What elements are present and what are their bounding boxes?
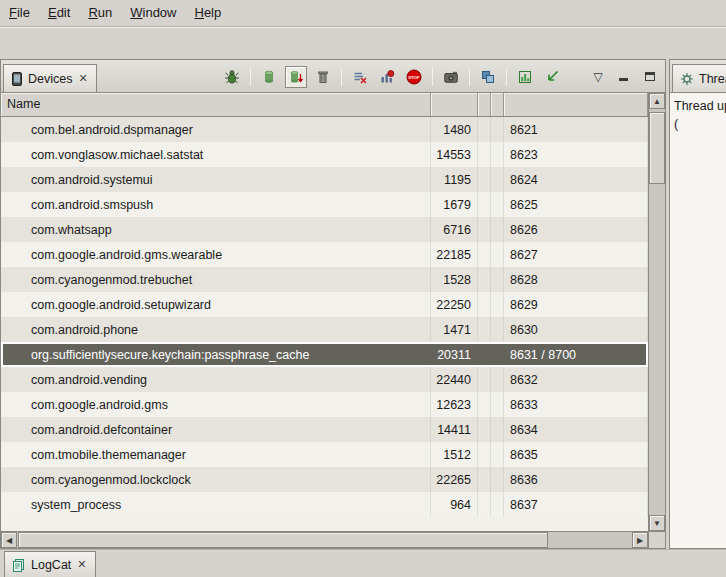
column-header-spacer2[interactable] xyxy=(491,93,504,117)
process-port: 8631 / 8700 xyxy=(504,342,648,367)
process-spacer2 xyxy=(491,367,504,392)
process-name: org.sufficientlysecure.keychain:passphra… xyxy=(1,342,431,367)
start-method-profiling-icon[interactable] xyxy=(376,66,398,88)
stop-label: STOP xyxy=(408,74,420,79)
process-port: 8635 xyxy=(504,442,648,467)
update-heap-icon[interactable] xyxy=(258,66,280,88)
process-spacer1 xyxy=(478,242,491,267)
column-header-spacer1[interactable] xyxy=(478,93,491,117)
menu-window[interactable]: Window xyxy=(121,0,185,26)
process-port: 8629 xyxy=(504,292,648,317)
process-name: com.android.smspush xyxy=(1,192,431,217)
maximize-icon[interactable] xyxy=(639,66,661,88)
table-row[interactable]: com.bel.android.dspmanager 1480 8621 xyxy=(1,117,648,142)
table-row[interactable]: com.tmobile.thememanager 1512 8635 xyxy=(1,442,648,467)
table-row[interactable]: system_process 964 8637 xyxy=(1,492,648,517)
process-name: com.google.android.gms xyxy=(1,392,431,417)
menu-run[interactable]: Run xyxy=(79,0,121,26)
process-spacer2 xyxy=(491,342,504,367)
green-arrow-icon[interactable] xyxy=(541,66,563,88)
process-port: 8627 xyxy=(504,242,648,267)
process-spacer2 xyxy=(491,392,504,417)
column-header-port[interactable] xyxy=(504,93,648,117)
debug-process-icon[interactable] xyxy=(221,66,243,88)
process-name: com.cyanogenmod.lockclock xyxy=(1,467,431,492)
table-row[interactable]: com.android.systemui 1195 8624 xyxy=(1,167,648,192)
tab-logcat[interactable]: LogCat ✕ xyxy=(4,551,96,577)
horizontal-scrollbar[interactable]: ◀ ▶ xyxy=(1,531,648,548)
table-row[interactable]: org.sufficientlysecure.keychain:passphra… xyxy=(1,342,648,367)
process-spacer1 xyxy=(478,142,491,167)
threads-tab-bar: Threads xyxy=(670,60,726,93)
column-header-pid[interactable] xyxy=(431,93,478,117)
vertical-scrollbar-thumb[interactable] xyxy=(649,112,665,184)
table-row[interactable]: com.android.vending 22440 8632 xyxy=(1,367,648,392)
process-name: com.google.android.gms.wearable xyxy=(1,242,431,267)
process-pid: 22265 xyxy=(431,467,478,492)
menu-edit[interactable]: Edit xyxy=(39,0,79,26)
toolbar-separator xyxy=(432,68,433,86)
process-spacer1 xyxy=(478,192,491,217)
process-spacer1 xyxy=(478,292,491,317)
process-spacer1 xyxy=(478,467,491,492)
tab-threads[interactable]: Threads xyxy=(672,64,726,92)
table-row[interactable]: com.google.android.setupwizard 22250 862… xyxy=(1,292,648,317)
scroll-right-icon[interactable]: ▶ xyxy=(632,532,648,548)
process-spacer1 xyxy=(478,392,491,417)
process-port: 8624 xyxy=(504,167,648,192)
process-name: com.android.systemui xyxy=(1,167,431,192)
process-port: 8623 xyxy=(504,142,648,167)
dump-hprof-icon[interactable] xyxy=(285,66,307,88)
table-row[interactable]: com.cyanogenmod.lockclock 22265 8636 xyxy=(1,467,648,492)
logcat-icon xyxy=(12,558,26,572)
close-icon[interactable]: ✕ xyxy=(77,72,88,85)
process-pid: 1480 xyxy=(431,117,478,142)
dump-view-hierarchy-icon[interactable] xyxy=(477,66,499,88)
update-threads-icon[interactable] xyxy=(349,66,371,88)
vertical-scrollbar[interactable]: ▲ ▼ xyxy=(648,93,665,531)
minimize-icon[interactable] xyxy=(612,66,634,88)
process-spacer1 xyxy=(478,367,491,392)
table-row[interactable]: com.google.android.gms 12623 8633 xyxy=(1,392,648,417)
device-icon xyxy=(11,72,23,86)
column-header-name[interactable]: Name xyxy=(1,93,431,117)
scroll-down-icon[interactable]: ▼ xyxy=(649,515,665,531)
process-pid: 1195 xyxy=(431,167,478,192)
table-row[interactable]: com.android.smspush 1679 8625 xyxy=(1,192,648,217)
toolbar-separator xyxy=(341,68,342,86)
table-row[interactable]: com.android.phone 1471 8630 xyxy=(1,317,648,342)
devices-panel: Devices ✕ xyxy=(0,59,666,549)
process-pid: 964 xyxy=(431,492,478,517)
close-icon[interactable]: ✕ xyxy=(76,558,87,571)
menu-help[interactable]: Help xyxy=(185,0,230,26)
scroll-up-icon[interactable]: ▲ xyxy=(649,93,665,109)
process-spacer1 xyxy=(478,342,491,367)
process-port: 8636 xyxy=(504,467,648,492)
process-name: com.android.phone xyxy=(1,317,431,342)
table-row[interactable]: com.cyanogenmod.trebuchet 1528 8628 xyxy=(1,267,648,292)
scroll-left-icon[interactable]: ◀ xyxy=(1,532,17,548)
process-spacer1 xyxy=(478,117,491,142)
view-menu-icon[interactable]: ▽ xyxy=(589,70,607,84)
toolbar-strip xyxy=(0,28,726,59)
menu-file[interactable]: File xyxy=(0,0,39,26)
process-pid: 1471 xyxy=(431,317,478,342)
table-row[interactable]: com.android.defcontainer 14411 8634 xyxy=(1,417,648,442)
table-row[interactable]: com.vonglasow.michael.satstat 14553 8623 xyxy=(1,142,648,167)
capture-systrace-icon[interactable] xyxy=(514,66,536,88)
threads-message-line1: Thread up xyxy=(674,97,726,115)
horizontal-scrollbar-thumb[interactable] xyxy=(18,532,548,548)
process-name: com.android.vending xyxy=(1,367,431,392)
process-name: com.whatsapp xyxy=(1,217,431,242)
process-port: 8630 xyxy=(504,317,648,342)
cause-gc-icon[interactable] xyxy=(312,66,334,88)
process-port: 8633 xyxy=(504,392,648,417)
threads-body: Thread up ( xyxy=(670,93,726,548)
table-row[interactable]: com.whatsapp 6716 8626 xyxy=(1,217,648,242)
process-port: 8625 xyxy=(504,192,648,217)
process-port: 8628 xyxy=(504,267,648,292)
screen-capture-icon[interactable] xyxy=(440,66,462,88)
table-row[interactable]: com.google.android.gms.wearable 22185 86… xyxy=(1,242,648,267)
tab-devices[interactable]: Devices ✕ xyxy=(3,64,97,92)
stop-process-icon[interactable]: STOP xyxy=(403,66,425,88)
